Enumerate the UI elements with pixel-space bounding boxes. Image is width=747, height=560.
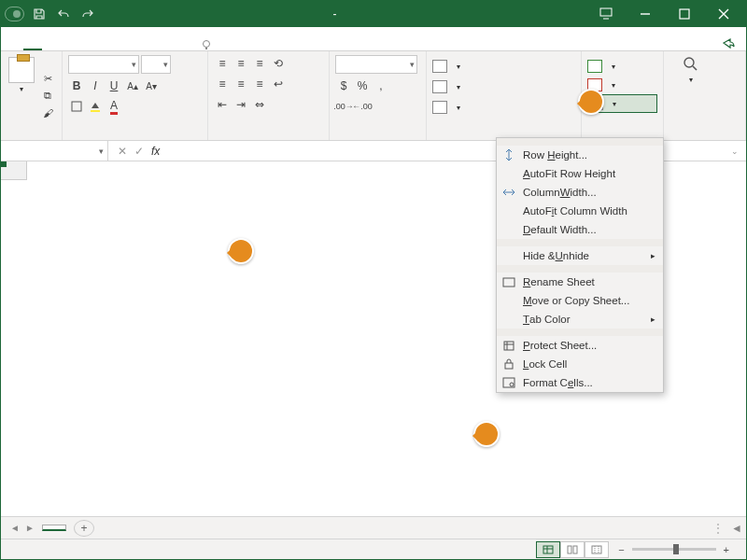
insert-cells-button[interactable]: ▾ bbox=[587, 57, 657, 76]
group-number: $ % , .00→ ←.00 bbox=[330, 51, 427, 140]
menu-format-cells[interactable]: Format Cells... bbox=[497, 373, 663, 392]
menu-default-width[interactable]: Default Width... bbox=[497, 220, 663, 239]
close-button[interactable] bbox=[705, 1, 742, 27]
format-painter-icon[interactable]: 🖌 bbox=[39, 105, 56, 120]
tab-formulas[interactable] bbox=[98, 41, 117, 50]
accounting-format-icon[interactable]: $ bbox=[335, 77, 352, 94]
tab-view[interactable] bbox=[154, 41, 173, 50]
menu-column-width[interactable]: Column Width... bbox=[497, 183, 663, 202]
menu-rename-sheet[interactable]: Rename Sheet bbox=[497, 273, 663, 291]
ribbon-tabs bbox=[1, 27, 746, 51]
menu-autofit-row[interactable]: AutoFit Row Height bbox=[497, 164, 663, 183]
group-clipboard: ▾ ✂ ⧉ 🖌 bbox=[1, 51, 63, 140]
autosave-toggle[interactable] bbox=[5, 7, 24, 21]
svg-rect-1 bbox=[680, 9, 689, 19]
align-top-icon[interactable]: ≡ bbox=[214, 55, 231, 72]
name-box[interactable] bbox=[1, 141, 108, 161]
redo-icon[interactable] bbox=[78, 5, 97, 23]
align-middle-icon[interactable]: ≡ bbox=[233, 55, 249, 72]
menu-lock-cell[interactable]: Lock Cell bbox=[497, 355, 663, 373]
comma-format-icon[interactable]: , bbox=[373, 77, 389, 94]
increase-font-icon[interactable]: A▴ bbox=[124, 77, 141, 94]
svg-rect-0 bbox=[600, 8, 612, 16]
decrease-font-icon[interactable]: A▾ bbox=[143, 77, 160, 94]
save-icon[interactable] bbox=[30, 5, 49, 23]
align-bottom-icon[interactable]: ≡ bbox=[251, 55, 268, 72]
sheet-tab-active[interactable] bbox=[42, 525, 66, 531]
maximize-button[interactable] bbox=[666, 1, 703, 27]
tab-split-handle[interactable]: ⋮ bbox=[712, 522, 726, 535]
menu-row-height[interactable]: Row Height... bbox=[497, 146, 663, 164]
tab-file[interactable] bbox=[5, 41, 23, 50]
svg-rect-14 bbox=[592, 546, 601, 553]
sheet-nav[interactable]: ◄► bbox=[1, 523, 36, 533]
cancel-formula-icon[interactable]: ✕ bbox=[118, 145, 127, 158]
zoom-out-button[interactable]: − bbox=[618, 544, 624, 555]
underline-button[interactable]: U bbox=[106, 77, 122, 94]
tab-help[interactable] bbox=[173, 41, 191, 50]
decrease-decimal-icon[interactable]: ←.00 bbox=[354, 98, 371, 115]
title-bar: - bbox=[1, 1, 746, 27]
status-bar: − + bbox=[1, 539, 746, 559]
copy-icon[interactable]: ⧉ bbox=[39, 89, 56, 104]
menu-tab-color[interactable]: Tab Color▸ bbox=[497, 310, 663, 329]
orientation-icon[interactable]: ⟲ bbox=[270, 55, 287, 72]
borders-icon[interactable] bbox=[68, 98, 85, 115]
zoom-in-button[interactable]: + bbox=[724, 544, 729, 555]
menu-header-visibility bbox=[497, 239, 663, 246]
sheet-tabs-bar: ◄► + ⋮ ◄ bbox=[1, 516, 746, 539]
svg-point-2 bbox=[204, 41, 210, 48]
add-sheet-button[interactable]: + bbox=[74, 520, 94, 537]
group-editing: ▾ bbox=[664, 51, 746, 140]
merge-center-icon[interactable]: ⇔ bbox=[251, 96, 268, 113]
align-left-icon[interactable]: ≡ bbox=[214, 76, 231, 92]
wrap-text-icon[interactable]: ↩ bbox=[270, 76, 287, 92]
menu-move-copy-sheet[interactable]: Move or Copy Sheet... bbox=[497, 291, 663, 310]
expand-formula-bar-icon[interactable]: ⌄ bbox=[724, 147, 746, 156]
align-right-icon[interactable]: ≡ bbox=[251, 76, 268, 92]
format-as-table-button[interactable]: ▾ bbox=[432, 77, 575, 96]
decrease-indent-icon[interactable]: ⇤ bbox=[214, 96, 231, 113]
cell-styles-button[interactable]: ▾ bbox=[432, 98, 575, 117]
paste-button[interactable]: ▾ bbox=[7, 55, 35, 136]
view-normal-icon[interactable] bbox=[536, 541, 560, 558]
tab-draw[interactable] bbox=[61, 41, 79, 50]
enter-formula-icon[interactable]: ✓ bbox=[134, 145, 144, 158]
fill-color-icon[interactable] bbox=[87, 98, 104, 115]
italic-button[interactable]: I bbox=[87, 77, 104, 94]
tab-data[interactable] bbox=[117, 41, 135, 50]
share-button[interactable] bbox=[714, 35, 742, 50]
svg-rect-6 bbox=[503, 278, 514, 287]
percent-format-icon[interactable]: % bbox=[354, 77, 371, 94]
svg-rect-12 bbox=[568, 546, 571, 553]
tab-page-layout[interactable] bbox=[79, 41, 98, 50]
increase-decimal-icon[interactable]: .00→ bbox=[335, 98, 352, 115]
view-page-break-icon[interactable] bbox=[585, 541, 609, 558]
ribbon-options-icon[interactable] bbox=[587, 1, 625, 27]
fx-icon[interactable]: fx bbox=[151, 145, 160, 158]
cut-icon[interactable]: ✂ bbox=[39, 72, 56, 87]
align-center-icon[interactable]: ≡ bbox=[233, 76, 249, 92]
number-format-combo[interactable] bbox=[335, 55, 417, 74]
font-name-combo[interactable] bbox=[68, 55, 139, 74]
increase-indent-icon[interactable]: ⇥ bbox=[233, 96, 249, 113]
tell-me-search[interactable] bbox=[201, 39, 216, 50]
undo-icon[interactable] bbox=[54, 5, 73, 23]
font-color-icon[interactable]: A bbox=[106, 98, 122, 115]
tab-review[interactable] bbox=[135, 41, 154, 50]
menu-header-cell-size bbox=[497, 138, 663, 146]
callout-1 bbox=[228, 238, 254, 264]
tab-home[interactable] bbox=[23, 39, 42, 50]
scroll-left-icon[interactable]: ◄ bbox=[731, 522, 742, 535]
menu-autofit-col[interactable]: AutoFit Column Width bbox=[497, 202, 663, 220]
view-page-layout-icon[interactable] bbox=[560, 541, 585, 558]
tab-insert[interactable] bbox=[42, 41, 61, 50]
menu-protect-sheet[interactable]: Protect Sheet... bbox=[497, 336, 663, 355]
conditional-formatting-button[interactable]: ▾ bbox=[432, 57, 575, 76]
zoom-slider[interactable] bbox=[632, 548, 716, 551]
find-select-icon[interactable] bbox=[682, 55, 700, 74]
font-size-combo[interactable] bbox=[141, 55, 171, 74]
menu-hide-unhide[interactable]: Hide & Unhide▸ bbox=[497, 246, 663, 265]
bold-button[interactable]: B bbox=[68, 77, 85, 94]
minimize-button[interactable] bbox=[627, 1, 664, 27]
